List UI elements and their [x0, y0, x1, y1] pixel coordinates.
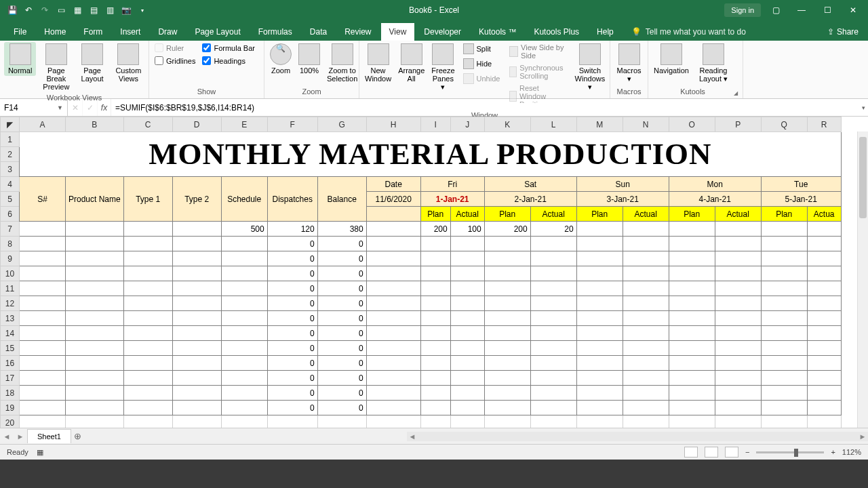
formula-input[interactable]: ▾	[111, 99, 868, 116]
cell[interactable]: 2-Jan-21	[484, 192, 576, 207]
cell[interactable]	[807, 266, 841, 281]
cell[interactable]	[20, 237, 66, 251]
cell[interactable]: 0	[267, 266, 317, 281]
ribbon-options-icon[interactable]: ▢	[765, 0, 787, 20]
cell[interactable]: 0	[317, 356, 366, 371]
cell[interactable]	[420, 266, 450, 281]
cell[interactable]: Sun	[576, 177, 669, 192]
cell[interactable]: Type 1	[123, 177, 172, 222]
cell[interactable]: 0	[317, 296, 366, 311]
sign-in-button[interactable]: Sign in	[724, 3, 761, 17]
cell[interactable]	[623, 341, 669, 356]
hide-button[interactable]: Hide	[460, 57, 503, 70]
next-sheet-icon[interactable]: ►	[14, 432, 27, 441]
chevron-down-icon[interactable]: ▼	[57, 104, 63, 111]
cell[interactable]	[530, 311, 576, 326]
cell[interactable]	[66, 326, 124, 341]
cell[interactable]: 5-Jan-21	[761, 192, 841, 207]
cell[interactable]	[123, 266, 172, 281]
column-header[interactable]: M	[576, 117, 623, 132]
cell[interactable]: Fri	[420, 177, 484, 192]
cell[interactable]	[623, 281, 669, 296]
tab-insert[interactable]: Insert	[112, 23, 149, 41]
page-layout-view-icon[interactable]	[705, 447, 718, 458]
cell[interactable]	[221, 356, 267, 371]
cell[interactable]	[366, 311, 420, 326]
cell[interactable]: Actual	[450, 207, 484, 222]
cell[interactable]	[20, 222, 66, 237]
cell[interactable]	[807, 311, 841, 326]
cell[interactable]	[530, 251, 576, 266]
cell[interactable]: 500	[221, 222, 267, 237]
cell[interactable]	[484, 401, 530, 415]
cell[interactable]: 0	[267, 281, 317, 296]
cell[interactable]	[366, 207, 420, 222]
cell[interactable]	[366, 237, 420, 251]
cell[interactable]: 0	[267, 237, 317, 251]
qa-icon-4[interactable]: ▭	[54, 3, 68, 17]
cell[interactable]	[123, 356, 172, 371]
share-button[interactable]: ⇪Share	[818, 23, 868, 41]
cell[interactable]	[669, 237, 715, 251]
zoom-percent[interactable]: 112%	[842, 448, 861, 456]
cell[interactable]	[484, 237, 530, 251]
cell[interactable]	[172, 266, 221, 281]
cell[interactable]: 0	[317, 311, 366, 326]
cell[interactable]: Mon	[669, 177, 761, 192]
close-icon[interactable]: ✕	[842, 0, 864, 20]
prev-sheet-icon[interactable]: ◄	[0, 432, 14, 441]
cell[interactable]	[761, 386, 807, 401]
cell[interactable]	[623, 251, 669, 266]
cell[interactable]: 120	[267, 222, 317, 237]
macros-button[interactable]: Macros ▾	[614, 42, 644, 85]
cell[interactable]: 0	[317, 401, 366, 415]
cell[interactable]	[761, 251, 807, 266]
row-header[interactable]: 2	[1, 147, 20, 162]
column-header[interactable]: Q	[761, 117, 807, 132]
cell[interactable]	[623, 311, 669, 326]
add-sheet-icon[interactable]: ⊕	[71, 431, 85, 441]
cell[interactable]	[576, 281, 623, 296]
cell[interactable]	[366, 371, 420, 386]
cell[interactable]	[66, 371, 124, 386]
cell[interactable]	[450, 266, 484, 281]
page-break-preview-button[interactable]: Page Break Preview	[40, 42, 72, 92]
cell[interactable]	[66, 237, 124, 251]
cell[interactable]	[669, 266, 715, 281]
cell[interactable]	[366, 222, 420, 237]
cell[interactable]: Type 2	[172, 177, 221, 222]
cell[interactable]	[66, 401, 124, 415]
tab-form[interactable]: Form	[75, 23, 111, 41]
cell[interactable]	[172, 356, 221, 371]
cell[interactable]	[450, 296, 484, 311]
cell[interactable]	[172, 237, 221, 251]
cell[interactable]	[366, 356, 420, 371]
cell[interactable]	[715, 311, 761, 326]
cell[interactable]	[123, 311, 172, 326]
qa-icon-6[interactable]: ▤	[87, 3, 100, 17]
column-header[interactable]: H	[366, 117, 420, 132]
zoom-button[interactable]: 🔍Zoom	[269, 42, 293, 76]
cell[interactable]	[576, 266, 623, 281]
qa-icon-7[interactable]: ▥	[103, 3, 117, 17]
cell[interactable]	[450, 251, 484, 266]
cell[interactable]	[484, 311, 530, 326]
cell[interactable]	[20, 371, 66, 386]
cell[interactable]	[715, 386, 761, 401]
cell[interactable]	[623, 356, 669, 371]
column-header[interactable]: D	[172, 117, 221, 132]
row-header[interactable]: 20	[1, 415, 20, 429]
cell[interactable]	[450, 326, 484, 341]
cell[interactable]	[623, 266, 669, 281]
cell[interactable]	[807, 296, 841, 311]
cell[interactable]	[420, 356, 450, 371]
zoom-slider[interactable]	[756, 451, 824, 453]
column-header[interactable]: K	[484, 117, 530, 132]
cell[interactable]	[420, 386, 450, 401]
sheet-title[interactable]: MONTHLY MATERIAL PRODUCTION	[20, 132, 842, 177]
cell[interactable]	[807, 415, 841, 429]
cell[interactable]	[807, 386, 841, 401]
enter-formula-icon[interactable]: ✓	[83, 99, 98, 116]
select-all-corner[interactable]: ◤	[1, 117, 20, 132]
column-header[interactable]: N	[623, 117, 669, 132]
